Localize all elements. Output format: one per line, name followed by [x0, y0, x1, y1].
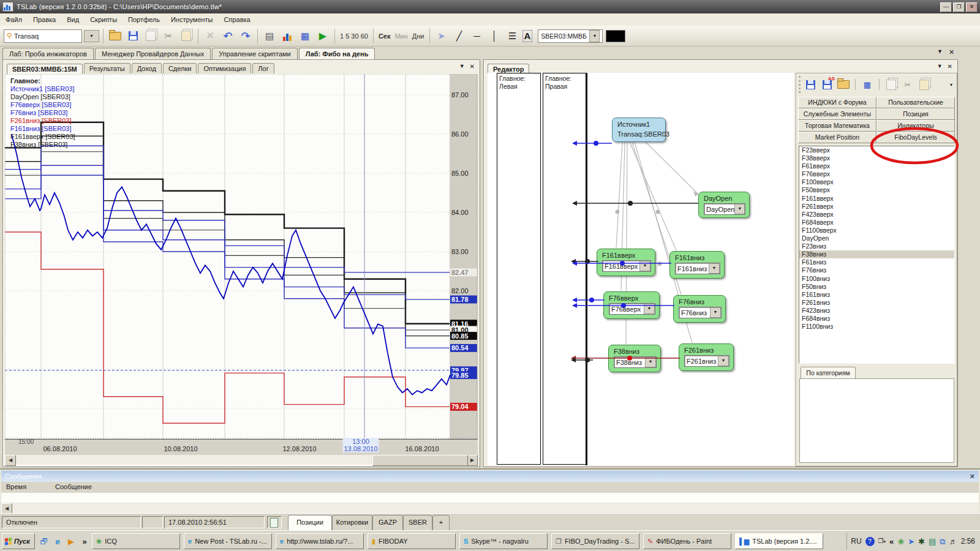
editor-canvas[interactable]: Главное: Левая Главное: Правая Источник1… [488, 73, 794, 465]
menu-tools[interactable]: Инструменты [165, 15, 219, 24]
levels-tool-icon[interactable]: ☰ [505, 28, 521, 44]
taskbar-button-5[interactable]: ❐FIBO_DayTrading - S... [551, 533, 639, 549]
lab-tab-0[interactable]: Лаб: Проба инжикаторов [2, 48, 94, 59]
messages-scrollbar[interactable]: ◀ [1, 503, 979, 513]
menu-scripts[interactable]: Скрипты [85, 15, 123, 24]
category-market-position[interactable]: Market Position [798, 132, 876, 143]
menu-edit[interactable]: Правка [28, 15, 61, 24]
block-f261-down-select[interactable]: F261вниз▼ [684, 355, 729, 367]
quicklaunch-overflow[interactable]: » [78, 535, 91, 547]
block-dayopen-select[interactable]: DayOpen▼ [704, 203, 745, 215]
tray-collapse-icon[interactable]: « [889, 538, 894, 545]
sidebar-overflow-icon[interactable]: ▾ [944, 78, 958, 91]
notes-tray-icon[interactable]: ▤ [929, 538, 936, 545]
block-f38-down[interactable]: F38внизF38вниз▼ [608, 345, 661, 372]
unit-min[interactable]: Мин [393, 32, 409, 40]
scroll-left-icon[interactable]: ◀ [5, 455, 16, 466]
tab-by-categories[interactable]: По категориям [801, 367, 856, 380]
price-chart[interactable]: 79.0080.0082.0083.0084.0085.0086.0087.00… [5, 74, 478, 439]
list-item-F423вверх[interactable]: F423вверх [799, 211, 954, 219]
list-item-F61вверх[interactable]: F61вверх [799, 162, 954, 170]
cut-icon[interactable]: ✂ [160, 28, 176, 44]
block-f161-down[interactable]: F161внизF161вниз▼ [669, 251, 725, 279]
network-tray-icon[interactable]: ⧉ [940, 538, 945, 545]
chart-body[interactable]: 79.0080.0082.0083.0084.0085.0086.0087.00… [5, 74, 478, 466]
category-fibodaylevels[interactable]: FiboDayLevels [876, 132, 955, 143]
list-item-F161вверх[interactable]: F161вверх [799, 195, 954, 203]
show-desktop-icon[interactable]: 🗗 [38, 535, 50, 547]
pane-main-left[interactable]: Главное: Левая [497, 73, 541, 465]
script-properties-icon[interactable]: ▤ [262, 28, 277, 44]
chart-tab-4[interactable]: Оптимизация [198, 63, 251, 73]
pane-main-right[interactable]: Главное: Правая [543, 73, 586, 465]
color-swatch[interactable] [606, 30, 625, 42]
icq-tray-icon[interactable]: ❀ [897, 538, 904, 545]
block-f76-up-dropdown-icon[interactable]: ▼ [644, 304, 655, 314]
messages-close-icon[interactable]: ✕ [970, 473, 975, 481]
list-item-F684вниз[interactable]: F684вниз [799, 315, 954, 323]
block-f261-down[interactable]: F261внизF261вниз▼ [679, 343, 734, 371]
lab-tab-3[interactable]: Лаб: Фибо на день [299, 48, 375, 60]
lab-tab-2[interactable]: Управление скриптами [212, 48, 297, 59]
editorpanel-close-icon[interactable]: ✕ [948, 63, 952, 70]
paste-icon[interactable] [178, 28, 194, 44]
chart-h-scrollbar[interactable]: ◀ ▶ [5, 455, 478, 465]
undo-icon[interactable]: ↶ [220, 28, 236, 44]
block-f161-down-select[interactable]: F161вниз▼ [675, 263, 720, 274]
transaq-dropdown-button[interactable]: ▼ [84, 30, 99, 42]
scroll-right-icon[interactable]: ▶ [467, 455, 478, 466]
timeframe-presets[interactable]: 1 5 30 60 [339, 32, 369, 40]
list-item-DayOpen[interactable]: DayOpen [799, 234, 954, 242]
list-item-F161вниз[interactable]: F161вниз [799, 291, 954, 299]
media-player-icon[interactable]: ▶ [65, 535, 77, 547]
menu-view[interactable]: Вид [61, 15, 85, 24]
list-item-F61вниз[interactable]: F61вниз [799, 258, 954, 266]
block-f76-down[interactable]: F76внизF76вниз▼ [673, 295, 726, 323]
vline-tool-icon[interactable]: │ [487, 28, 503, 44]
copy-icon[interactable] [143, 28, 159, 44]
open-icon[interactable] [107, 28, 123, 44]
chartpanel-close-icon[interactable]: ✕ [470, 63, 475, 70]
list-item-F76вниз[interactable]: F76вниз [799, 266, 954, 274]
labstrip-close-icon[interactable]: ✕ [949, 48, 954, 56]
list-item-F50вниз[interactable]: F50вниз [799, 283, 954, 291]
chart-icon[interactable] [279, 28, 295, 44]
list-item-F1100вверх[interactable]: F1100вверх [799, 227, 954, 234]
language-indicator[interactable]: RU [851, 537, 861, 545]
block-f161-up-select[interactable]: F161вверх▼ [602, 260, 651, 272]
list-item-F100вверх[interactable]: F100вверх [799, 178, 954, 186]
diagram-icon[interactable]: ▦ [297, 28, 313, 44]
chart-tab-2[interactable]: Доход [132, 63, 162, 73]
category-индюки-с-форума[interactable]: ИНДЮКИ с Форума [798, 97, 876, 108]
sidebar-cut-icon[interactable]: ✂ [901, 78, 914, 91]
block-dayopen-dropdown-icon[interactable]: ▼ [734, 204, 745, 214]
menu-portfolio[interactable]: Портфель [123, 15, 165, 24]
clock[interactable]: 2:56 [961, 537, 975, 545]
unit-sec[interactable]: Сек [377, 32, 392, 40]
save-icon[interactable] [125, 28, 141, 44]
taskbar-button-6[interactable]: ✎ФИБОдень - Paint [643, 533, 731, 549]
redo-icon[interactable]: ↷ [238, 28, 254, 44]
taskbar-button-4[interactable]: SSkype™ - nagvalru [459, 533, 548, 549]
indicator-list[interactable]: F23вверхF38вверхF61вверхF76вверхF100ввер… [799, 146, 955, 364]
minimize-button[interactable]: — [940, 2, 952, 12]
list-item-F100вниз[interactable]: F100вниз [799, 275, 954, 283]
pointer-tray-icon[interactable]: ➤ [908, 538, 914, 545]
taskbar-button-1[interactable]: eNew Post - TSLab.ru -... [184, 533, 272, 549]
list-item-F1100вниз[interactable]: F1100вниз [799, 323, 954, 331]
list-item-F23вниз[interactable]: F23вниз [799, 242, 954, 250]
block-f161-down-dropdown-icon[interactable]: ▼ [709, 263, 720, 274]
volume-tray-icon[interactable]: ♬ [949, 538, 957, 545]
block-f76-down-dropdown-icon[interactable]: ▼ [710, 307, 721, 318]
sidebar-save-icon[interactable] [804, 78, 817, 91]
scroll-thumb[interactable] [372, 455, 468, 466]
block-f161-up[interactable]: F161вверхF161вверх▼ [597, 249, 655, 276]
list-item-F76вверх[interactable]: F76вверх [799, 170, 954, 178]
list-item-F38вниз[interactable]: F38вниз [799, 250, 954, 258]
maximize-button[interactable]: ❐ [953, 2, 965, 12]
chart-tab-1[interactable]: Результаты [84, 63, 130, 73]
status-tab-Котировки[interactable]: Котировки [332, 515, 372, 530]
list-item-F50вверх[interactable]: F50вверх [799, 186, 954, 194]
col-time[interactable]: Время [6, 483, 26, 490]
transaq-combo[interactable]: ⚲ Transaq [4, 29, 82, 43]
